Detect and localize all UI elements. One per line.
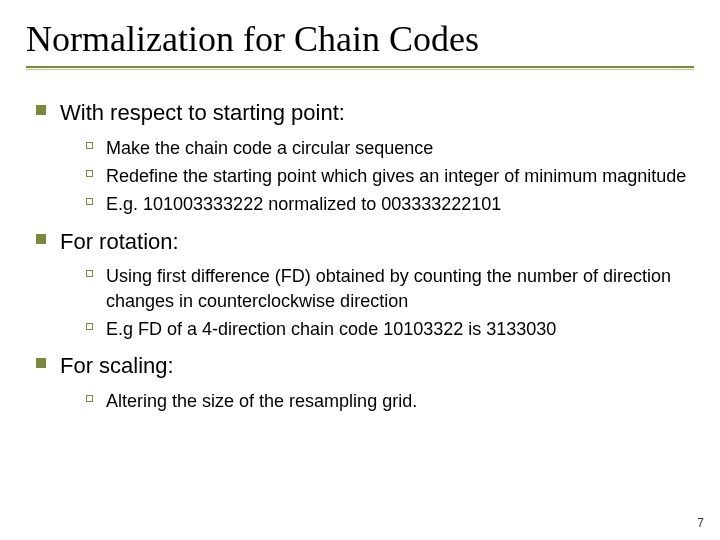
square-bullet-icon xyxy=(36,358,46,368)
page-number: 7 xyxy=(697,516,704,530)
square-bullet-icon xyxy=(36,105,46,115)
list-item-text: For scaling: xyxy=(60,351,694,381)
list-item-text: With respect to starting point: xyxy=(60,98,694,128)
list-item: Make the chain code a circular sequence xyxy=(80,136,694,160)
list-item-text: E.g FD of a 4-direction chain code 10103… xyxy=(106,317,694,341)
square-outline-bullet-icon xyxy=(86,395,93,402)
list-item: For rotation: Using first difference (FD… xyxy=(30,227,694,342)
square-bullet-icon xyxy=(36,234,46,244)
list-item-text: Using first difference (FD) obtained by … xyxy=(106,264,694,313)
square-outline-bullet-icon xyxy=(86,170,93,177)
sub-list: Make the chain code a circular sequence … xyxy=(60,136,694,217)
square-outline-bullet-icon xyxy=(86,142,93,149)
bullet-list: With respect to starting point: Make the… xyxy=(26,98,694,413)
sub-list: Altering the size of the resampling grid… xyxy=(60,389,694,413)
list-item: E.g. 101003333222 normalized to 00333322… xyxy=(80,192,694,216)
list-item: E.g FD of a 4-direction chain code 10103… xyxy=(80,317,694,341)
list-item-text: For rotation: xyxy=(60,227,694,257)
square-outline-bullet-icon xyxy=(86,270,93,277)
list-item: For scaling: Altering the size of the re… xyxy=(30,351,694,413)
list-item: With respect to starting point: Make the… xyxy=(30,98,694,217)
square-outline-bullet-icon xyxy=(86,323,93,330)
list-item-text: Make the chain code a circular sequence xyxy=(106,136,694,160)
list-item: Altering the size of the resampling grid… xyxy=(80,389,694,413)
sub-list: Using first difference (FD) obtained by … xyxy=(60,264,694,341)
list-item-text: Altering the size of the resampling grid… xyxy=(106,389,694,413)
list-item-text: E.g. 101003333222 normalized to 00333322… xyxy=(106,192,694,216)
title-underline xyxy=(26,66,694,70)
slide-title: Normalization for Chain Codes xyxy=(26,18,694,60)
list-item-text: Redefine the starting point which gives … xyxy=(106,164,694,188)
list-item: Redefine the starting point which gives … xyxy=(80,164,694,188)
list-item: Using first difference (FD) obtained by … xyxy=(80,264,694,313)
square-outline-bullet-icon xyxy=(86,198,93,205)
